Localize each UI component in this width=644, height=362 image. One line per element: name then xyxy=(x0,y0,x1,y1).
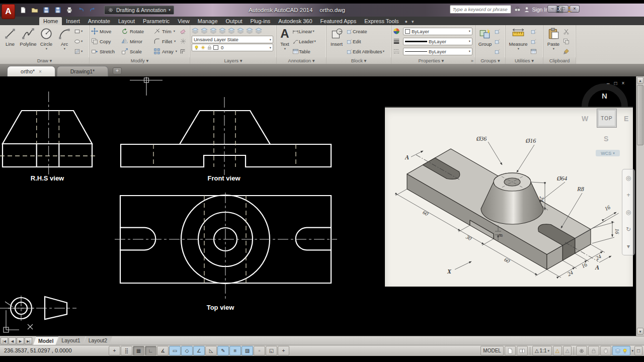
toggle-lineweight[interactable]: ≡ xyxy=(229,346,241,355)
search-icon[interactable] xyxy=(514,6,521,13)
tab-home[interactable]: Home xyxy=(39,17,62,25)
new-icon[interactable] xyxy=(18,6,28,15)
application-menu-button[interactable]: A xyxy=(2,4,15,19)
workspace-switcher[interactable]: Drafting & Annotation ▾ xyxy=(104,6,174,15)
tab-layout[interactable]: Layout xyxy=(114,17,139,25)
toggle-3dosnap[interactable]: ◇ xyxy=(181,346,193,355)
move-button[interactable]: Move xyxy=(91,26,121,36)
ellipse-button[interactable]: ▾ xyxy=(74,38,83,45)
object-color-dropdown[interactable]: ByLayer▾ xyxy=(403,28,472,35)
linear-dimension-button[interactable]: Linear▾ xyxy=(292,28,316,35)
toggle-osnap[interactable]: ▭ xyxy=(169,346,181,355)
calculator-button[interactable] xyxy=(530,48,537,55)
tab-layout2[interactable]: Layout2 xyxy=(84,336,112,345)
ribbon-collapse-icon[interactable]: ▾ xyxy=(410,18,416,25)
polyline-button[interactable]: Polyline xyxy=(20,26,37,56)
layer-lock-icon[interactable] xyxy=(228,27,235,34)
search-input[interactable] xyxy=(450,5,511,14)
viewcube-wcs-menu[interactable]: WCS▾ xyxy=(596,150,620,156)
doc-minimize-icon[interactable]: – xyxy=(607,80,610,86)
toggle-selection-cycling[interactable]: ◱ xyxy=(266,346,277,355)
stretch-button[interactable]: Stretch xyxy=(91,46,121,56)
explode-button[interactable] xyxy=(180,36,187,46)
cut-button[interactable] xyxy=(563,28,570,35)
edit-attributes-button[interactable]: Edit Attributes▾ xyxy=(346,48,384,55)
toggle-quick-properties[interactable]: ▫ xyxy=(254,346,265,355)
arc-button[interactable]: Arc▾ xyxy=(56,26,73,56)
layer-prev-icon[interactable] xyxy=(255,27,262,34)
utilities-panel-title[interactable]: Utilities ▾ xyxy=(506,57,543,64)
scroll-up-icon[interactable]: ▲ xyxy=(637,77,643,84)
layer-unlock-icon[interactable] xyxy=(237,27,244,34)
clean-screen-button[interactable]: □ xyxy=(634,346,642,355)
ribbon-options-icon[interactable]: ● xyxy=(403,18,409,25)
toggle-dyn[interactable]: ✎ xyxy=(217,346,229,355)
insert-block-button[interactable]: Insert xyxy=(328,26,345,56)
layer-match-icon[interactable] xyxy=(246,27,253,34)
next-layout-icon[interactable]: ▶ xyxy=(17,337,24,344)
id-point-button[interactable] xyxy=(530,38,537,45)
edit-block-button[interactable]: Edit xyxy=(346,38,384,45)
autoscale-button[interactable]: △ xyxy=(563,346,572,355)
minimize-button[interactable]: – xyxy=(547,5,557,13)
tab-layout1[interactable]: Layout1 xyxy=(56,336,85,345)
status-menu-icon[interactable]: ▾ xyxy=(631,349,633,353)
last-layout-icon[interactable]: ▶| xyxy=(25,337,32,344)
group-button[interactable]: Group xyxy=(477,26,493,56)
table-button[interactable]: Table xyxy=(292,48,316,55)
ungroup-button[interactable] xyxy=(494,28,501,35)
close-icon[interactable]: × xyxy=(39,69,42,74)
circle-button[interactable]: Circle▾ xyxy=(38,26,55,56)
model-space-button[interactable]: MODEL xyxy=(480,346,504,355)
plot-icon[interactable] xyxy=(64,6,74,15)
orbit-icon[interactable]: ↻ xyxy=(626,226,631,233)
draw-panel-title[interactable]: Draw ▾ xyxy=(0,57,89,64)
array-button[interactable]: Array▾ xyxy=(153,46,180,56)
prev-layout-icon[interactable]: ◀ xyxy=(9,337,16,344)
tab-autodesk360[interactable]: Autodesk 360 xyxy=(274,17,316,25)
undo-icon[interactable] xyxy=(76,6,86,15)
toggle-ortho[interactable]: ∟ xyxy=(145,346,156,355)
layer-off-icon[interactable] xyxy=(201,27,208,34)
pan-icon[interactable]: + xyxy=(626,192,630,199)
tab-express-tools[interactable]: Express Tools xyxy=(360,17,403,25)
annotation-panel-title[interactable]: Annotation ▾ xyxy=(277,57,326,64)
modify-panel-title[interactable]: Modify ▾ xyxy=(90,57,190,64)
annotation-visibility-button[interactable]: △ xyxy=(553,346,562,355)
copy-button[interactable]: Copy xyxy=(91,36,121,46)
layer-isolate-icon[interactable] xyxy=(210,27,217,34)
hardware-acceleration-button[interactable] xyxy=(600,346,611,355)
quick-select-button[interactable] xyxy=(530,28,537,35)
toggle-otrack[interactable]: ∠ xyxy=(193,346,205,355)
scroll-down-icon[interactable]: ▼ xyxy=(637,328,643,335)
close-button[interactable]: × xyxy=(570,5,580,13)
toggle-polar[interactable]: ∡ xyxy=(157,346,169,355)
drawing-canvas[interactable]: N – □ × R.H.S view F xyxy=(0,76,644,336)
first-layout-icon[interactable]: |◀ xyxy=(1,337,8,344)
linetype-dropdown[interactable]: ByLayer▾ xyxy=(403,48,472,55)
viewcube-west[interactable]: W xyxy=(582,115,588,123)
save-icon[interactable] xyxy=(41,6,51,15)
vertical-scrollbar[interactable]: ▲ ▼ xyxy=(636,76,644,336)
scale-button[interactable]: Scale xyxy=(121,46,153,56)
saveas-icon[interactable] xyxy=(53,6,63,15)
doc-restore-icon[interactable]: □ xyxy=(614,80,617,86)
fillet-button[interactable]: Fillet▾ xyxy=(153,36,180,46)
isolate-objects-button[interactable] xyxy=(612,346,630,355)
tab-annotate[interactable]: Annotate xyxy=(84,17,114,25)
hatch-button[interactable]: ▾ xyxy=(74,48,83,55)
scrollbar-thumb[interactable] xyxy=(637,85,643,145)
toggle-snap[interactable]: ⣿ xyxy=(121,346,132,355)
restore-button[interactable]: □ xyxy=(558,5,569,13)
lineweight-icon[interactable] xyxy=(393,38,400,45)
properties-panel-title[interactable]: Properties ▾ » xyxy=(391,57,475,64)
tab-featured-apps[interactable]: Featured Apps xyxy=(316,17,361,25)
toggle-infer-constraints[interactable]: + xyxy=(109,346,120,355)
block-panel-title[interactable]: Block ▾ xyxy=(327,57,391,64)
workspace-settings-button[interactable] xyxy=(576,346,587,355)
rotate-button[interactable]: Rotate xyxy=(121,26,153,36)
rectangle-button[interactable]: ▾ xyxy=(74,28,83,35)
zoom-icon[interactable]: ◎ xyxy=(626,209,631,216)
toggle-grid[interactable]: ▦ xyxy=(133,346,144,355)
redo-icon[interactable] xyxy=(88,6,98,15)
